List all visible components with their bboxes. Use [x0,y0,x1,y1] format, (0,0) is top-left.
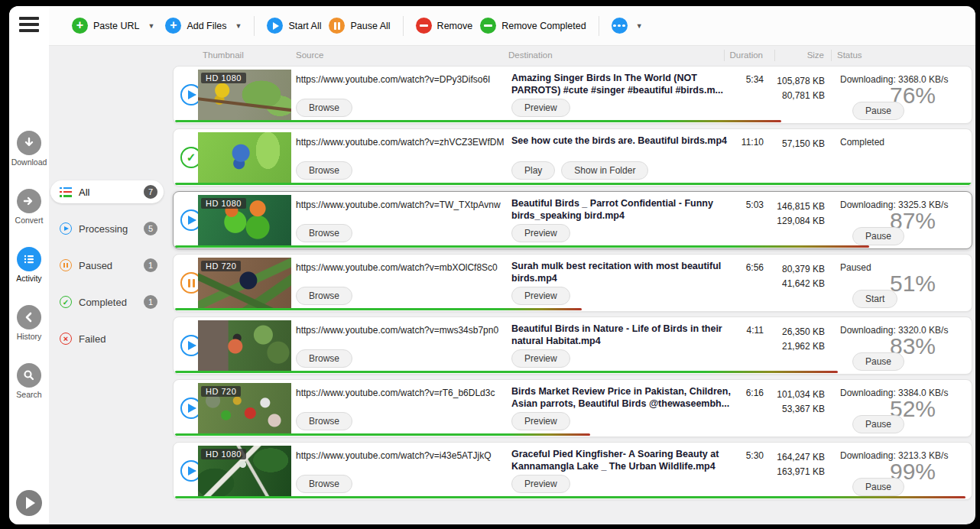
pause-button[interactable]: Pause [852,415,904,433]
mini-player-button[interactable] [16,490,42,516]
remove-button[interactable]: Remove [416,18,473,34]
size-value: 26,350 KB21,962 KB [758,325,825,353]
filter-count-badge: 1 [144,258,157,272]
pause-button[interactable]: Pause [852,227,904,245]
chevron-down-icon[interactable]: ▼ [235,22,242,30]
plus-icon: + [72,18,88,34]
size-value: 105,878 KB80,781 KB [758,74,825,102]
hd-badge: HD 720 [201,386,241,397]
filter-processing[interactable]: Processing 5 [50,217,164,240]
sidebar: Download Convert Activity History [9,6,49,524]
download-row[interactable]: ✓ https://www.youtube.com/watch?v=zhVCZ3… [173,128,972,187]
sidebar-item-label: Convert [9,216,49,225]
preview-button[interactable]: Preview [511,349,570,368]
chevron-down-icon[interactable]: ▼ [148,22,154,30]
status-cell: Downloading: 3325.3 KB/s 87% Pause [840,192,970,248]
sidebar-item-label: Search [9,390,49,399]
pause-button[interactable]: Pause [852,352,904,371]
status-cell: Downloading: 3213.3 KB/s 99% Pause [840,443,970,499]
filter-failed[interactable]: × Failed [50,327,164,350]
status-cell: Downloading: 3368.0 KB/s 76% Pause [840,67,970,123]
duration-value: 4:11 [709,325,764,336]
duration-value: 11:10 [709,137,764,148]
sidebar-item-label: Download [9,157,49,167]
column-divider [831,50,832,61]
status-cell: Downloading: 3320.0 KB/s 83% Pause [840,317,970,374]
progress-bar [175,433,590,436]
video-thumbnail[interactable]: HD 720 [198,383,291,435]
preview-button[interactable]: Preview [511,99,570,117]
source-url: https://www.youtube.com/watch?v=rT6_b6DL… [296,388,504,398]
video-thumbnail[interactable] [198,320,291,372]
pause-all-button[interactable]: Pause All [329,18,390,34]
progress-bar [175,308,582,310]
video-thumbnail[interactable]: HD 1080 [198,70,291,122]
sidebar-item-search[interactable]: Search [9,363,49,399]
sidebar-item-download[interactable]: Download [9,131,49,167]
preview-button[interactable]: Preview [511,224,570,242]
toolbar-divider [403,16,404,36]
source-url: https://www.youtube.com/watch?v=zhVCZ3EW… [296,137,504,148]
browse-button[interactable]: Browse [296,99,352,117]
sidebar-item-history[interactable]: History [9,305,49,341]
status-text: Completed [840,137,884,148]
column-header-destination: Destination [508,50,553,60]
pause-button[interactable]: Pause [852,478,904,496]
source-url: https://www.youtube.com/watch?v=i43e5ATJ… [296,450,504,461]
paste-url-button[interactable]: + Paste URL ▼ [72,18,154,34]
destination-title: See how cute the birds are. Beautiful bi… [511,135,735,147]
chevron-down-icon[interactable]: ▼ [636,22,643,30]
download-row[interactable]: https://www.youtube.com/watch?v=mws34sb7… [173,316,972,375]
browse-button[interactable]: Browse [296,349,352,368]
start-button[interactable]: Start [852,290,897,308]
destination-title: Beautiful Birds _ Parrot Confidential - … [511,197,735,222]
pause-all-label: Pause All [350,21,390,31]
download-row[interactable]: HD 1080 https://www.youtube.com/watch?v=… [173,442,972,500]
browse-button[interactable]: Browse [296,161,352,180]
column-header-size: Size [778,50,824,60]
browse-button[interactable]: Browse [296,475,352,493]
video-thumbnail[interactable]: HD 720 [198,258,291,310]
duration-value: 5:03 [709,200,764,210]
play-icon [60,222,72,235]
sidebar-item-convert[interactable]: Convert [9,189,49,225]
browse-button[interactable]: Browse [296,412,352,430]
remove-completed-button[interactable]: Remove Completed [480,18,586,34]
sidebar-item-activity[interactable]: Activity [9,247,49,283]
pause-button[interactable]: Pause [852,102,904,120]
download-row[interactable]: HD 1080 https://www.youtube.com/watch?v=… [173,66,972,124]
download-row[interactable]: HD 720 https://www.youtube.com/watch?v=r… [173,379,972,437]
video-thumbnail[interactable]: HD 1080 [198,446,291,498]
browse-button[interactable]: Browse [296,287,352,305]
all-list-icon [60,187,72,197]
filter-count-badge: 1 [144,295,157,309]
hamburger-menu-icon[interactable] [19,17,39,32]
play-button[interactable]: Play [511,161,555,180]
filter-all[interactable]: All 7 [50,180,164,203]
column-header-source: Source [296,50,323,60]
preview-button[interactable]: Preview [511,412,570,430]
filter-paused[interactable]: Paused 1 [50,254,164,277]
start-all-button[interactable]: Start All [267,18,321,34]
filter-label: Failed [79,333,157,345]
progress-bar [175,245,869,248]
check-icon: ✓ [60,296,72,308]
add-files-button[interactable]: + Add Files ▼ [165,18,242,34]
paste-url-label: Paste URL [93,21,139,31]
column-divider [774,50,775,61]
destination-title: Graceful Pied Kingfisher- A Soaring Beau… [511,448,735,473]
download-row[interactable]: HD 720 https://www.youtube.com/watch?v=m… [173,254,972,312]
activity-icon [17,247,41,271]
more-dots-icon [612,18,628,34]
video-thumbnail[interactable] [198,132,291,184]
preview-button[interactable]: Preview [511,287,570,305]
download-row-selected[interactable]: HD 1080 https://www.youtube.com/watch?v=… [173,191,972,249]
filter-completed[interactable]: ✓ Completed 1 [50,290,164,313]
browse-button[interactable]: Browse [296,224,352,242]
minus-icon [416,18,432,34]
destination-title: Surah mulk best recitation with most bea… [511,260,735,285]
show-in-folder-button[interactable]: Show in Folder [561,161,648,180]
video-thumbnail[interactable]: HD 1080 [198,195,291,247]
more-options-button[interactable]: ▼ [612,18,643,34]
preview-button[interactable]: Preview [511,475,570,493]
